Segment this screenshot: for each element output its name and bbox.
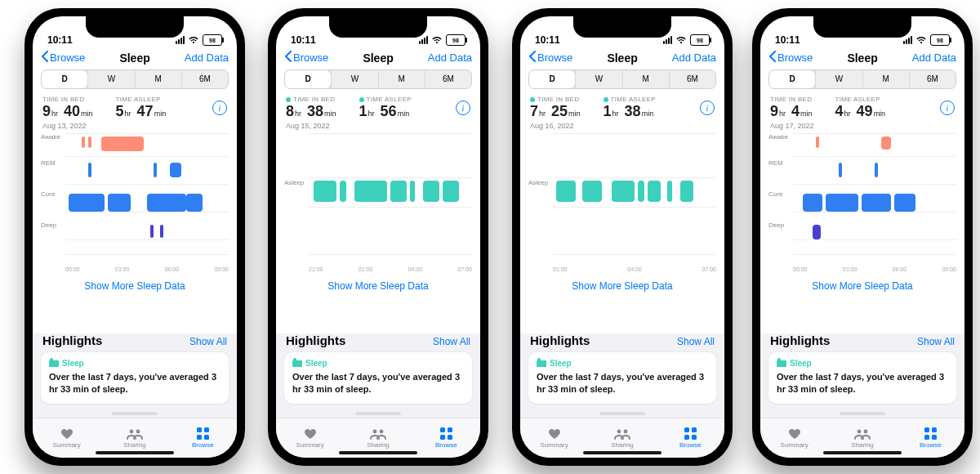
notch	[86, 16, 184, 38]
tab-summary[interactable]: Summary	[276, 418, 344, 458]
wifi-icon	[188, 36, 199, 44]
segment-d[interactable]: D	[42, 70, 87, 88]
x-tick: 04:00	[408, 266, 423, 272]
x-tick: 06:00	[165, 266, 180, 272]
tab-browse[interactable]: Browse	[169, 418, 237, 458]
nav-bar: BrowseSleepAdd Data	[760, 47, 964, 69]
back-button[interactable]: Browse	[768, 51, 813, 65]
back-button[interactable]: Browse	[41, 51, 85, 65]
stat-time-asleep: TIME ASLEEP5hr 47min	[116, 96, 168, 120]
range-segmented-control[interactable]: DWM6M	[284, 69, 472, 89]
sleep-block	[612, 181, 635, 202]
show-more-link[interactable]: Show More Sleep Data	[33, 272, 237, 302]
back-button[interactable]: Browse	[528, 51, 572, 65]
sleep-chart[interactable]: AwakeREMCoreDeep00:0003:0006:0009:00	[768, 133, 956, 272]
add-data-button[interactable]: Add Data	[672, 51, 716, 64]
cellular-icon	[663, 36, 672, 44]
svg-point-19	[864, 429, 868, 433]
y-axis-label: Deep	[768, 221, 784, 229]
x-tick: 01:00	[553, 266, 568, 272]
stat-time-asleep: TIME ASLEEP1hr 38min	[604, 96, 656, 120]
home-indicator[interactable]	[823, 451, 902, 454]
highlight-card[interactable]: SleepOver the last 7 days, you've averag…	[528, 352, 716, 404]
add-data-button[interactable]: Add Data	[185, 51, 229, 64]
info-button[interactable]: i	[456, 101, 470, 115]
tab-summary[interactable]: Summary	[520, 418, 588, 458]
sleep-block	[170, 163, 181, 177]
show-all-link[interactable]: Show All	[677, 336, 715, 347]
range-segmented-control[interactable]: DWM6M	[41, 69, 229, 89]
show-more-link[interactable]: Show More Sleep Data	[520, 272, 724, 302]
segment-m[interactable]: M	[378, 70, 425, 88]
show-more-link[interactable]: Show More Sleep Data	[276, 272, 480, 302]
info-button[interactable]: i	[940, 101, 955, 115]
show-more-link[interactable]: Show More Sleep Data	[760, 272, 964, 302]
add-data-button[interactable]: Add Data	[912, 51, 956, 64]
back-button[interactable]: Browse	[284, 51, 328, 65]
sleep-chart[interactable]: Asleep01:0004:0007:00	[528, 133, 716, 272]
sleep-block	[894, 194, 915, 212]
tab-browse[interactable]: Browse	[657, 418, 724, 458]
stat-time-in-bed: TIME IN BED9hr 40min	[42, 96, 95, 120]
segment-m[interactable]: M	[862, 70, 909, 88]
tab-browse[interactable]: Browse	[412, 418, 480, 458]
home-indicator[interactable]	[339, 451, 417, 454]
show-all-link[interactable]: Show All	[917, 336, 955, 347]
sleep-block	[154, 163, 157, 177]
svg-rect-9	[448, 427, 452, 432]
highlight-card[interactable]: SleepOver the last 7 days, you've averag…	[41, 352, 229, 404]
home-indicator[interactable]	[583, 451, 662, 454]
highlights-heading: Highlights	[42, 333, 102, 347]
svg-point-0	[130, 429, 134, 433]
x-tick: 00:00	[65, 266, 80, 272]
sleep-chart[interactable]: Asleep22:0001:0004:0007:00	[284, 133, 472, 272]
tab-summary[interactable]: Summary	[33, 418, 100, 458]
x-tick: 09:00	[214, 266, 229, 272]
sleep-block	[638, 181, 644, 202]
nav-bar: BrowseSleepAdd Data	[33, 47, 237, 69]
sleep-block	[423, 181, 439, 202]
x-tick: 04:00	[627, 266, 642, 272]
plot-area	[65, 133, 229, 261]
info-button[interactable]: i	[700, 101, 715, 115]
segment-6m[interactable]: 6M	[181, 70, 228, 88]
sleep-block	[88, 136, 91, 148]
segment-w[interactable]: W	[87, 70, 134, 88]
scroll-indicator	[112, 412, 158, 415]
segment-m[interactable]: M	[622, 70, 669, 88]
add-data-button[interactable]: Add Data	[428, 51, 472, 64]
y-axis-label: Awake	[768, 133, 788, 141]
segment-m[interactable]: M	[135, 70, 181, 88]
dot-icon	[359, 97, 364, 102]
highlights-section: HighlightsShow AllSleepOver the last 7 d…	[276, 333, 480, 418]
segment-w[interactable]: W	[331, 70, 377, 88]
segment-d[interactable]: D	[529, 70, 575, 88]
range-segmented-control[interactable]: DWM6M	[768, 69, 956, 89]
info-button[interactable]: i	[212, 101, 227, 115]
highlight-card[interactable]: SleepOver the last 7 days, you've averag…	[768, 352, 956, 404]
plot-area	[793, 133, 956, 261]
tab-browse[interactable]: Browse	[897, 418, 964, 458]
range-segmented-control[interactable]: DWM6M	[528, 69, 716, 89]
segment-6m[interactable]: 6M	[909, 70, 956, 88]
dot-icon	[604, 97, 608, 102]
segment-6m[interactable]: 6M	[425, 70, 471, 88]
show-all-link[interactable]: Show All	[433, 336, 470, 347]
svg-point-1	[136, 429, 140, 433]
tab-summary[interactable]: Summary	[760, 418, 828, 458]
highlight-card[interactable]: SleepOver the last 7 days, you've averag…	[284, 352, 472, 404]
sleep-chart[interactable]: AwakeREMCoreDeep00:0003:0006:0009:00	[41, 133, 229, 272]
home-indicator[interactable]	[96, 451, 174, 454]
date-label: Aug 16, 2022	[520, 120, 724, 130]
segment-w[interactable]: W	[815, 70, 862, 88]
segment-6m[interactable]: 6M	[669, 70, 715, 88]
status-time: 10:11	[775, 34, 800, 46]
segment-d[interactable]: D	[285, 70, 331, 88]
back-label: Browse	[293, 51, 328, 64]
y-axis-label: Awake	[41, 133, 60, 141]
segment-d[interactable]: D	[769, 70, 815, 88]
segment-w[interactable]: W	[575, 70, 621, 88]
scroll-indicator	[599, 412, 645, 415]
show-all-link[interactable]: Show All	[189, 336, 227, 347]
stats-row: TIME IN BED9hr 40minTIME ASLEEP5hr 47min…	[33, 89, 237, 120]
